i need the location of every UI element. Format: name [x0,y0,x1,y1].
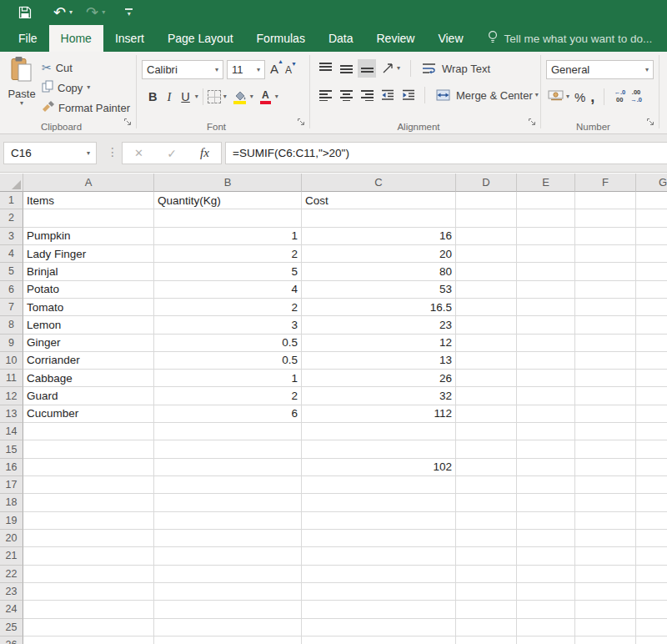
cell-E2[interactable] [517,209,575,227]
cell-G16[interactable] [636,459,667,476]
align-top-icon[interactable] [316,59,334,78]
cell-F18[interactable] [575,494,636,511]
cell-B14[interactable] [154,423,302,440]
cell-D2[interactable] [456,209,517,227]
cell-F1[interactable] [575,192,636,209]
cell-C21[interactable] [302,547,456,565]
row-header-21[interactable]: 21 [0,547,23,565]
cell-B24[interactable] [154,601,302,618]
cell-E12[interactable] [517,387,575,405]
increase-font-size-icon[interactable]: A▲ [270,62,278,76]
cell-G18[interactable] [636,494,667,511]
cell-F4[interactable] [575,245,636,263]
cell-F12[interactable] [575,387,636,405]
cell-E1[interactable] [517,192,575,209]
row-header-19[interactable]: 19 [0,512,23,530]
cell-C17[interactable] [302,476,456,494]
cell-F17[interactable] [575,476,636,494]
cell-A22[interactable] [23,566,154,583]
accounting-caret-icon[interactable]: ▾ [566,93,569,100]
cell-F14[interactable] [575,423,636,440]
cell-C11[interactable]: 26 [302,370,456,387]
redo-button[interactable]: ↷ ▾ [86,5,105,20]
cell-B19[interactable] [154,512,302,530]
cell-E22[interactable] [517,566,575,583]
cell-E19[interactable] [517,512,575,530]
merge-center-label[interactable]: Merge & Center [456,89,533,102]
cell-D12[interactable] [456,387,517,405]
cell-E21[interactable] [517,547,575,565]
cell-C6[interactable]: 53 [302,281,456,299]
row-header-7[interactable]: 7 [0,299,23,316]
cell-A4[interactable]: Lady Finger [23,245,154,263]
cell-E7[interactable] [517,299,575,316]
save-icon[interactable] [18,6,32,19]
column-header-D[interactable]: D [456,174,517,192]
cell-G7[interactable] [636,299,667,316]
cell-E6[interactable] [517,281,575,299]
align-left-icon[interactable] [316,86,334,104]
cell-C5[interactable]: 80 [302,263,456,280]
cell-D16[interactable] [456,459,517,476]
row-header-25[interactable]: 25 [0,619,23,636]
cell-A10[interactable]: Corriander [23,352,154,370]
number-format-combo[interactable]: General ▾ [546,60,654,79]
cell-F3[interactable] [575,228,636,245]
row-header-12[interactable]: 12 [0,387,23,405]
cell-G12[interactable] [636,387,667,405]
cell-D23[interactable] [456,583,517,601]
cell-A25[interactable] [23,619,154,636]
cell-B10[interactable]: 0.5 [154,352,302,370]
cell-C24[interactable] [302,601,456,618]
cell-E16[interactable] [517,459,575,476]
cancel-icon[interactable]: ✕ [134,147,143,159]
cell-F15[interactable] [575,440,636,458]
cell-G8[interactable] [636,316,667,334]
cell-B8[interactable]: 3 [154,316,302,334]
cell-A6[interactable]: Potato [23,281,154,299]
cell-D21[interactable] [456,547,517,565]
cell-G23[interactable] [636,583,667,601]
decrease-font-size-icon[interactable]: A▼ [285,64,292,76]
cell-G15[interactable] [636,440,667,458]
cell-G4[interactable] [636,245,667,263]
cell-C10[interactable]: 13 [302,352,456,370]
cell-D25[interactable] [456,619,517,636]
align-right-icon[interactable] [358,86,376,104]
cell-A2[interactable] [23,209,154,227]
row-header-22[interactable]: 22 [0,566,23,583]
cell-C26[interactable] [302,636,456,644]
borders-icon[interactable] [208,90,221,103]
cell-C2[interactable] [302,209,456,227]
cell-G5[interactable] [636,263,667,280]
cell-F22[interactable] [575,566,636,583]
cell-D7[interactable] [456,299,517,316]
cell-D4[interactable] [456,245,517,263]
cell-G1[interactable] [636,192,667,209]
customize-quick-access-toolbar-icon[interactable]: ▾ [125,8,133,18]
cell-G26[interactable] [636,636,667,644]
cell-D15[interactable] [456,440,517,458]
cell-A20[interactable] [23,530,154,547]
cell-E26[interactable] [517,636,575,644]
row-header-18[interactable]: 18 [0,494,23,511]
cell-D17[interactable] [456,476,517,494]
row-header-20[interactable]: 20 [0,530,23,547]
cell-E15[interactable] [517,440,575,458]
cell-B15[interactable] [154,440,302,458]
tab-insert[interactable]: Insert [103,25,156,52]
tab-home[interactable]: Home [49,25,103,52]
cell-G11[interactable] [636,370,667,387]
cell-F20[interactable] [575,530,636,547]
cell-G19[interactable] [636,512,667,530]
row-header-1[interactable]: 1 [0,192,23,209]
cell-A7[interactable]: Tomato [23,299,154,316]
decrease-indent-icon[interactable] [379,86,397,104]
cell-B7[interactable]: 2 [154,299,302,316]
cell-A19[interactable] [23,512,154,530]
row-header-16[interactable]: 16 [0,459,23,476]
cell-E25[interactable] [517,619,575,636]
tab-data[interactable]: Data [317,25,365,52]
cell-C25[interactable] [302,619,456,636]
merge-center-icon[interactable] [434,86,452,104]
